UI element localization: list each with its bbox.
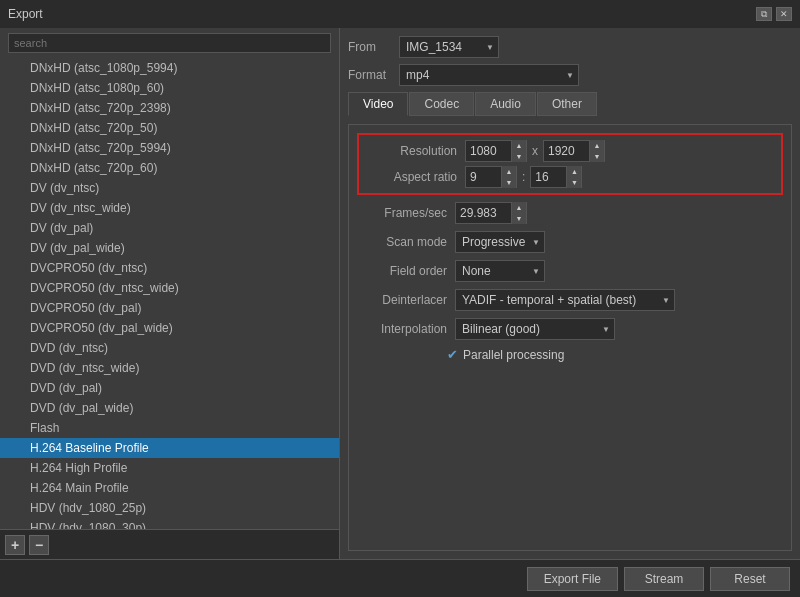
list-item[interactable]: DNxHD (atsc_720p_2398) [0,98,339,118]
list-item[interactable]: DNxHD (atsc_720p_60) [0,158,339,178]
tab-video[interactable]: Video [348,92,408,116]
resolution-width-up[interactable]: ▲ [512,140,526,151]
format-dropdown-arrow: ▼ [566,71,574,80]
left-panel: DNxHD (atsc_1080p_5994)DNxHD (atsc_1080p… [0,28,340,559]
resolution-height-up[interactable]: ▲ [590,140,604,151]
aspect-h-spinbox[interactable]: ▲ ▼ [530,166,582,188]
scan-mode-dropdown[interactable]: Progressive ▼ [455,231,545,253]
aspect-ratio-label: Aspect ratio [367,170,457,184]
list-item[interactable]: DVD (dv_pal) [0,378,339,398]
field-order-value: None [462,264,491,278]
deinterlacer-arrow: ▼ [662,296,670,305]
list-item[interactable]: DNxHD (atsc_1080p_60) [0,78,339,98]
frames-row: Frames/sec ▲ ▼ [357,202,783,224]
tab-audio[interactable]: Audio [475,92,536,116]
aspect-h-input[interactable] [531,167,566,187]
parallel-row: ✔ Parallel processing [447,347,783,362]
list-item[interactable]: DVD (dv_ntsc) [0,338,339,358]
window-title: Export [8,7,43,21]
from-row: From IMG_1534 ▼ [348,36,792,58]
reset-button[interactable]: Reset [710,567,790,591]
list-item[interactable]: DVCPRO50 (dv_pal) [0,298,339,318]
bottom-bar: Export File Stream Reset [0,559,800,597]
parallel-checkmark-icon: ✔ [447,347,458,362]
field-order-dropdown[interactable]: None ▼ [455,260,545,282]
list-item[interactable]: DVCPRO50 (dv_ntsc_wide) [0,278,339,298]
aspect-h-down[interactable]: ▼ [567,177,581,188]
left-bottom-bar: + − [0,529,339,559]
frames-down[interactable]: ▼ [512,213,526,224]
title-bar: Export ⧉ ✕ [0,0,800,28]
tab-codec[interactable]: Codec [409,92,474,116]
resolution-width-down[interactable]: ▼ [512,151,526,162]
search-input[interactable] [8,33,331,53]
close-btn[interactable]: ✕ [776,7,792,21]
list-item[interactable]: DVD (dv_pal_wide) [0,398,339,418]
resolution-width-spinbox-btns: ▲ ▼ [511,140,526,162]
format-row: Format mp4 ▼ [348,64,792,86]
scan-mode-label: Scan mode [357,235,447,249]
aspect-w-up[interactable]: ▲ [502,166,516,177]
resolution-row: Resolution ▲ ▼ x ▲ [367,140,773,162]
list-item[interactable]: H.264 High Profile [0,458,339,478]
list-item[interactable]: DV (dv_pal_wide) [0,238,339,258]
format-dropdown[interactable]: mp4 ▼ [399,64,579,86]
from-value: IMG_1534 [406,40,462,54]
list-item[interactable]: DVCPRO50 (dv_pal_wide) [0,318,339,338]
resolution-height-spinbox[interactable]: ▲ ▼ [543,140,605,162]
list-item[interactable]: DVD (dv_ntsc_wide) [0,358,339,378]
list-item[interactable]: DV (dv_ntsc_wide) [0,198,339,218]
settings-area: Resolution ▲ ▼ x ▲ [348,124,792,551]
field-order-label: Field order [357,264,447,278]
list-item[interactable]: H.264 Baseline Profile [0,438,339,458]
aspect-h-up[interactable]: ▲ [567,166,581,177]
aspect-w-spinbox-btns: ▲ ▼ [501,166,516,188]
interpolation-dropdown[interactable]: Bilinear (good) ▼ [455,318,615,340]
aspect-w-spinbox[interactable]: ▲ ▼ [465,166,517,188]
deinterlacer-dropdown[interactable]: YADIF - temporal + spatial (best) ▼ [455,289,675,311]
list-item[interactable]: HDV (hdv_1080_25p) [0,498,339,518]
list-item[interactable]: DVCPRO50 (dv_ntsc) [0,258,339,278]
list-item[interactable]: H.264 Main Profile [0,478,339,498]
scan-mode-arrow: ▼ [532,238,540,247]
list-item[interactable]: DV (dv_ntsc) [0,178,339,198]
deinterlacer-value: YADIF - temporal + spatial (best) [462,293,636,307]
frames-spinbox[interactable]: ▲ ▼ [455,202,527,224]
list-item[interactable]: DNxHD (atsc_720p_50) [0,118,339,138]
restore-btn[interactable]: ⧉ [756,7,772,21]
preset-list: DNxHD (atsc_1080p_5994)DNxHD (atsc_1080p… [0,58,339,529]
aspect-w-down[interactable]: ▼ [502,177,516,188]
resolution-height-input[interactable] [544,141,589,161]
aspect-w-input[interactable] [466,167,501,187]
resolution-width-spinbox[interactable]: ▲ ▼ [465,140,527,162]
format-value: mp4 [406,68,429,82]
list-item[interactable]: DNxHD (atsc_720p_5994) [0,138,339,158]
export-window: Export ⧉ ✕ DNxHD (atsc_1080p_5994)DNxHD … [0,0,800,597]
list-item[interactable]: HDV (hdv_1080_30p) [0,518,339,529]
frames-up[interactable]: ▲ [512,202,526,213]
resolution-x-label: x [532,144,538,158]
from-dropdown-arrow: ▼ [486,43,494,52]
add-preset-button[interactable]: + [5,535,25,555]
frames-input[interactable] [456,203,511,223]
resolution-height-down[interactable]: ▼ [590,151,604,162]
stream-button[interactable]: Stream [624,567,704,591]
format-label: Format [348,68,393,82]
deinterlacer-row: Deinterlacer YADIF - temporal + spatial … [357,289,783,311]
resolution-label: Resolution [367,144,457,158]
tab-other[interactable]: Other [537,92,597,116]
list-item[interactable]: Flash [0,418,339,438]
window-controls: ⧉ ✕ [756,7,792,21]
main-content: DNxHD (atsc_1080p_5994)DNxHD (atsc_1080p… [0,28,800,559]
aspect-colon-label: : [522,170,525,184]
resolution-width-input[interactable] [466,141,511,161]
frames-spinbox-btns: ▲ ▼ [511,202,526,224]
export-file-button[interactable]: Export File [527,567,618,591]
field-order-row: Field order None ▼ [357,260,783,282]
list-item[interactable]: DNxHD (atsc_1080p_5994) [0,58,339,78]
list-item[interactable]: DV (dv_pal) [0,218,339,238]
from-dropdown[interactable]: IMG_1534 ▼ [399,36,499,58]
remove-preset-button[interactable]: − [29,535,49,555]
resolution-box: Resolution ▲ ▼ x ▲ [357,133,783,195]
interpolation-row: Interpolation Bilinear (good) ▼ [357,318,783,340]
